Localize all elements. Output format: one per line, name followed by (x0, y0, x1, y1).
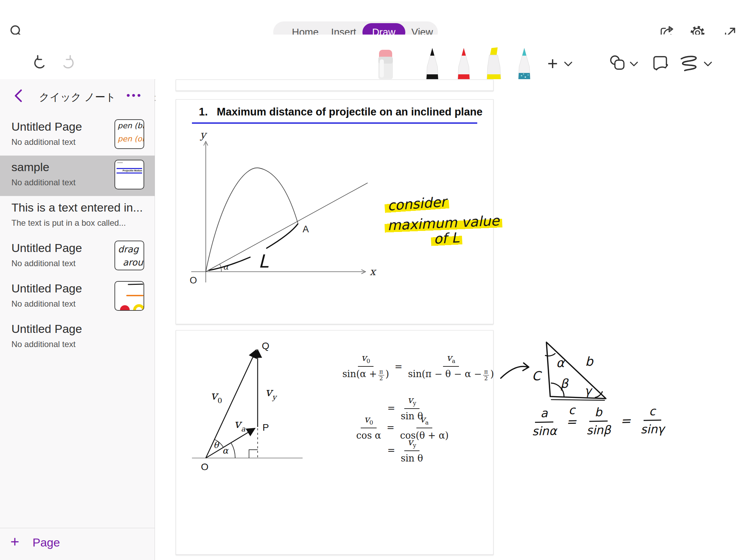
squiggle-icon (680, 55, 700, 72)
fraction: v0 sin(α +π2) (342, 352, 389, 381)
section-title-text: Maximum distance of projectile on an inc… (217, 106, 482, 118)
fraction: b sinβ (586, 405, 611, 437)
add-page-label: Page (33, 536, 60, 549)
shapes-chevron[interactable] (628, 59, 640, 69)
equation-4: = vy sin θ (387, 436, 423, 464)
v0-sub: 0 (218, 396, 222, 405)
thumb-ink-orange: pen (or (118, 134, 144, 143)
equals-sign: = (387, 445, 395, 456)
page-item-5[interactable]: Untitled Page No additional text (0, 277, 155, 317)
eraser-icon (376, 49, 395, 79)
redo-icon (59, 55, 75, 71)
page-with-pen-icon (652, 55, 670, 72)
equals-sign: = (395, 361, 403, 372)
fraction: a sinα (532, 406, 557, 438)
undo-button[interactable] (32, 54, 50, 72)
page-title: Untitled Page (11, 282, 82, 295)
add-page-button[interactable]: + Page (0, 528, 155, 560)
page-thumbnail: pen (bl pen (or (114, 119, 144, 149)
chevron-down-icon (703, 61, 712, 67)
eraser-tool[interactable] (376, 49, 395, 79)
fraction: va sin(π − θ − α −π2) (408, 352, 494, 381)
title-underline (192, 122, 477, 124)
equals-sign: = (387, 403, 395, 413)
triangle-beta-label: β (560, 376, 569, 391)
vy-sub: y (272, 393, 277, 401)
page-title: Untitled Page (11, 120, 82, 133)
page-title: Untitled Page (11, 322, 82, 336)
page-item-6[interactable]: Untitled Page No additional text (0, 317, 155, 358)
red-pen-tool[interactable] (455, 47, 472, 79)
point-Q-label: Q (262, 340, 269, 351)
alpha-angle-label: α (222, 446, 229, 456)
ink-stroke-chevron[interactable] (702, 59, 714, 69)
red-pen-icon (455, 47, 472, 79)
teal-pen-tool[interactable] (516, 47, 533, 79)
teal-pen-icon (516, 47, 533, 79)
chevron-down-icon (564, 61, 573, 67)
thumb-ink: arou (123, 257, 143, 268)
page-subtitle: No additional text (11, 259, 75, 268)
note-container-partial (176, 80, 494, 91)
ink-to-shape-button[interactable] (652, 54, 670, 73)
top-bar: Home Insert Draw View (0, 0, 747, 35)
page-subtitle: No additional text (11, 299, 75, 309)
section-title: 1. Maximum distance of projectile on an … (199, 106, 482, 118)
section-number: 1. (199, 106, 208, 118)
ink-sine-rule: a sinα = b sinβ = c sinγ (532, 404, 664, 438)
note-container-1[interactable]: 1. Maximum distance of projectile on an … (176, 99, 494, 324)
thumb-ink-black: pen (bl (118, 121, 144, 130)
equals-sign: = (387, 422, 395, 433)
equation-1: v0 sin(α +π2) = va sin(π − θ − α −π2) (342, 352, 494, 381)
equals-sign: = (620, 413, 631, 428)
ink-stroke-button[interactable] (679, 55, 701, 73)
point-A-label: A (303, 224, 309, 234)
thumb-ink: drag (118, 244, 139, 254)
sidebar-header: クイック ノート ••• (0, 87, 155, 111)
page-subtitle: No additional text (11, 178, 75, 187)
yellow-highlighter-tool[interactable] (484, 47, 504, 79)
page-subtitle: The text is put in a box called... (11, 218, 126, 228)
thumb-ink-drawing (115, 282, 144, 310)
theta-angle-label: θ (213, 440, 220, 450)
undo-icon (33, 55, 49, 71)
fraction: vy sin θ (401, 436, 423, 464)
y-axis-label: y (200, 129, 208, 141)
yellow-highlighter-icon (484, 47, 504, 79)
fraction: v0 cos α (356, 413, 381, 441)
shapes-icon (609, 54, 627, 72)
chevron-down-icon (629, 61, 638, 67)
equals-sign: = (566, 414, 577, 429)
add-pen-chevron[interactable] (562, 59, 574, 69)
section-menu-button[interactable]: ••• (126, 90, 142, 101)
triangle-right-side-label: b (585, 354, 594, 368)
length-L-label: L (258, 251, 269, 272)
va-sub: a (241, 425, 246, 433)
shapes-button[interactable] (608, 53, 627, 73)
page-item-2-selected[interactable]: sample No additional text Projectile Mot… (0, 156, 155, 196)
page-title: sample (11, 160, 49, 174)
triangle-alpha-label: α (556, 356, 565, 370)
black-pen-tool[interactable] (424, 47, 441, 79)
black-pen-icon (424, 47, 441, 79)
ink-annotation-line3: of L (431, 230, 462, 247)
page-item-4[interactable]: Untitled Page No additional text drag ar… (0, 236, 155, 277)
plus-icon: + (10, 533, 19, 550)
point-P-label: P (262, 422, 269, 433)
plus-icon: + (547, 56, 558, 71)
page-list-sidebar: クイック ノート ••• Untitled Page No additional… (0, 79, 155, 560)
page-thumbnail: drag arou (114, 241, 144, 270)
page-subtitle: No additional text (11, 339, 75, 349)
origin-label: O (201, 461, 209, 472)
x-axis-label: x (370, 265, 377, 278)
page-thumbnail (114, 281, 144, 311)
page-item-1[interactable]: Untitled Page No additional text pen (bl… (0, 115, 155, 156)
page-title: This is a text entered in... (11, 201, 143, 214)
page-item-3[interactable]: This is a text entered in... The text is… (0, 196, 155, 236)
redo-button[interactable] (58, 54, 76, 72)
add-pen-button[interactable]: + (544, 55, 562, 73)
triangle-left-side-label: C (532, 369, 542, 383)
page-thumbnail: Projectile Motion (114, 160, 144, 189)
thumb-label: Projectile Motion (123, 169, 142, 172)
draw-ribbon: T Text Mode Lasso Select Insert Space (0, 35, 747, 80)
